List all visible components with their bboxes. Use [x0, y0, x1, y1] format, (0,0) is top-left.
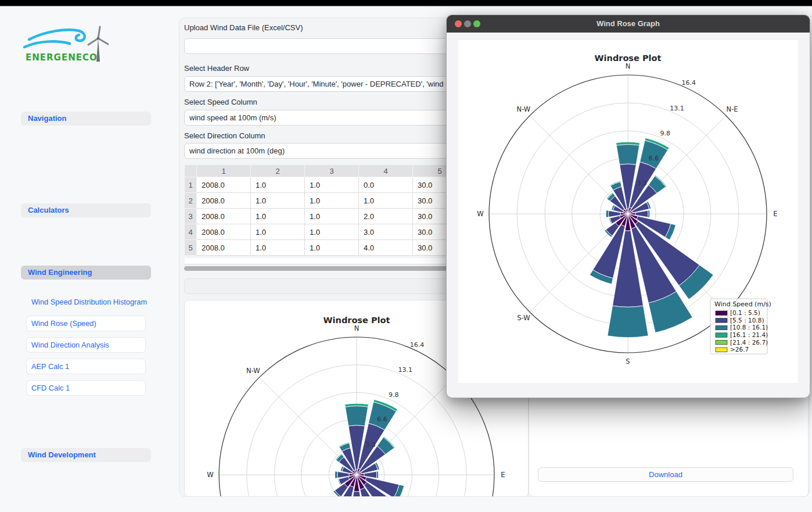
table-cell[interactable]: 2.0: [359, 209, 413, 224]
legend-swatch: [716, 311, 727, 316]
sidebar-section-wind-development[interactable]: Wind Development: [21, 448, 151, 462]
popup-title: Wind Rose Graph: [447, 15, 810, 33]
app-window: ENERGENECO NavigationCalculatorsWind Eng…: [0, 0, 812, 512]
table-cell[interactable]: 2008.0: [197, 177, 251, 193]
header-row-label: Select Header Row: [184, 64, 249, 73]
radial-tick-label: 6.6: [649, 155, 659, 162]
legend-swatch: [716, 318, 727, 323]
legend-label: [0.1 : 5.5): [730, 309, 760, 316]
radial-tick-label: 9.8: [660, 130, 670, 137]
compass-label-E: E: [501, 471, 505, 479]
table-cell[interactable]: 1.0: [251, 177, 305, 193]
compass-label-N: N: [626, 62, 631, 70]
compass-label-N-W: N-W: [517, 105, 531, 113]
legend-label: [21.4 : 26.7): [730, 339, 768, 346]
row-header-1[interactable]: 1: [185, 177, 197, 193]
table-cell[interactable]: 1.0: [251, 209, 305, 224]
row-header-2[interactable]: 2: [185, 193, 197, 209]
table-cell[interactable]: 1.0: [251, 193, 305, 209]
table-cell[interactable]: 1.0: [359, 193, 413, 209]
radial-tick-label: 6.6: [377, 416, 387, 423]
legend-label: >26.7: [730, 346, 749, 353]
windrose-bar-E: [376, 471, 378, 478]
radial-tick-label: 16.4: [410, 341, 425, 349]
compass-label-S: S: [626, 357, 630, 366]
chart-title: Windrose Plot: [324, 316, 390, 325]
chart-title: Windrose Plot: [595, 53, 662, 63]
compass-label-N-E: N-E: [727, 105, 738, 113]
close-icon[interactable]: [455, 20, 462, 27]
sidebar-item-wind-speed-distribution-histogram[interactable]: Wind Speed Distribution Histogram: [26, 294, 146, 310]
sidebar-item-cfd-calc-1[interactable]: CFD Calc 1: [26, 380, 146, 396]
wind-swoosh-icon: [24, 30, 85, 47]
windrose-bar-S: [608, 306, 648, 338]
logo-text: ENERGENECO: [26, 52, 98, 63]
compass-label-W: W: [207, 471, 213, 479]
table-cell[interactable]: 1.0: [305, 177, 359, 193]
row-header-5[interactable]: 5: [185, 240, 197, 256]
popup-titlebar[interactable]: Wind Rose Graph: [447, 15, 810, 33]
zoom-icon[interactable]: [473, 20, 480, 27]
legend-label: [5.5 : 10.8): [730, 317, 764, 324]
radial-tick-label: 13.1: [398, 366, 413, 374]
compass-label-E: E: [773, 210, 777, 218]
radial-tick-label: 9.8: [389, 391, 399, 399]
table-cell[interactable]: 1.0: [251, 240, 305, 256]
table-corner-cell[interactable]: [185, 165, 197, 177]
table-cell[interactable]: 1.0: [305, 193, 359, 209]
compass-label-N-W: N-W: [246, 367, 260, 375]
sidebar-section-calculators[interactable]: Calculators: [21, 203, 151, 217]
table-cell[interactable]: 4.0: [359, 240, 413, 256]
download-button[interactable]: Download: [538, 467, 793, 482]
legend-swatch: [716, 325, 727, 330]
compass-label-W: W: [477, 210, 483, 218]
table-cell[interactable]: 3.0: [359, 224, 413, 240]
radial-tick-label: 3.3: [637, 180, 647, 187]
column-header-4[interactable]: 4: [359, 165, 413, 177]
energeneco-logo: ENERGENECO: [21, 26, 120, 64]
upload-label: Upload Wind Data File (Excel/CSV): [184, 23, 303, 33]
column-header-1[interactable]: 1: [197, 165, 251, 177]
sidebar-section-wind-engineering[interactable]: Wind Engineering: [21, 266, 151, 280]
column-header-2[interactable]: 2: [251, 165, 305, 177]
windrose-plot-large: NN-EES-ESS-WWN-W3.36.69.813.116.4Windros…: [458, 40, 798, 383]
table-cell[interactable]: 1.0: [305, 209, 359, 224]
row-header-4[interactable]: 4: [185, 224, 197, 240]
wind-rose-graph-window[interactable]: Wind Rose Graph NN-EES-ESS-WWN-W3.36.69.…: [446, 15, 810, 398]
table-cell[interactable]: 1.0: [305, 224, 359, 240]
legend-label: [16.1 : 21.4): [730, 331, 768, 338]
radial-tick-label: 16.4: [682, 79, 696, 87]
speed-column-label: Select Speed Column: [184, 98, 257, 107]
row-header-3[interactable]: 3: [185, 209, 197, 224]
table-cell[interactable]: 2008.0: [197, 193, 251, 209]
sidebar-item-aep-calc-1[interactable]: AEP Calc 1: [26, 359, 146, 374]
table-cell[interactable]: 1.0: [305, 240, 359, 256]
table-cell[interactable]: 1.0: [251, 224, 305, 240]
windrose-bar-N: [345, 406, 368, 426]
windrose-bar-E: [648, 210, 649, 218]
table-empty-row: [185, 258, 463, 264]
sidebar-item-wind-rose-speed-[interactable]: Wind Rose (Speed): [26, 316, 146, 331]
compass-label-S-W: S-W: [517, 314, 530, 322]
legend-swatch: [716, 333, 727, 338]
windrose-bar-W: [335, 471, 337, 478]
legend-swatch: [716, 348, 727, 352]
table-cell[interactable]: 2008.0: [197, 240, 251, 256]
radial-tick-label: 3.3: [365, 441, 376, 449]
table-cell[interactable]: 2008.0: [197, 209, 251, 224]
minimize-icon[interactable]: [464, 20, 471, 27]
table-cell[interactable]: 2008.0: [197, 224, 251, 240]
compass-label-N: N: [354, 324, 360, 332]
legend-label: [10.8 : 16.1): [730, 324, 768, 331]
sidebar-item-wind-direction-analysis[interactable]: Wind Direction Analysis: [26, 337, 146, 353]
table-cell[interactable]: 0.0: [359, 177, 413, 193]
legend-title: Wind Speed (m/s): [714, 300, 771, 308]
radial-tick-label: 13.1: [670, 105, 684, 112]
column-header-3[interactable]: 3: [305, 165, 359, 177]
windrose-plot-area: NN-EES-ESS-WWN-W3.36.69.813.116.4Windros…: [458, 40, 798, 383]
windrose-bar-N: [616, 145, 639, 165]
legend-swatch: [716, 340, 727, 345]
sidebar-section-navigation[interactable]: Navigation: [21, 112, 151, 126]
screen-top-bar: [0, 0, 812, 6]
windrose-bar-W: [606, 210, 609, 218]
